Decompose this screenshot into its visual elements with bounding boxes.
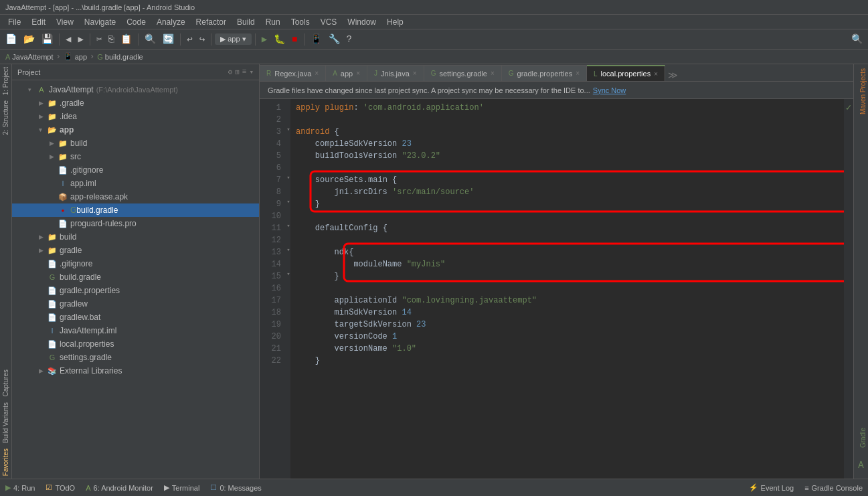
project-panel-label[interactable]: 1: Project: [1, 64, 11, 98]
toolbar-cut[interactable]: ✂: [94, 32, 104, 46]
tab-app-close[interactable]: ×: [356, 70, 360, 77]
tree-item-javaattempt-iml[interactable]: ▶ I JavaAttempt.iml: [12, 324, 259, 337]
tabs-overflow[interactable]: ≫: [668, 70, 678, 81]
android-monitor-icon: A: [86, 484, 90, 492]
status-gradle-console[interactable]: ≡ Gradle Console: [804, 483, 863, 492]
toolbar-save[interactable]: 💾: [39, 32, 56, 46]
breadcrumb-file-label[interactable]: build.gradle: [105, 53, 143, 61]
tab-local-props-close[interactable]: ×: [654, 70, 658, 78]
menu-analyze[interactable]: Analyze: [151, 16, 191, 28]
tree-item-app[interactable]: ▾ 📂 app: [12, 123, 259, 137]
tab-regex-close[interactable]: ×: [315, 70, 319, 77]
settingsgradle-label: settings.gradle: [60, 353, 112, 362]
toolbar-run[interactable]: ▶: [259, 32, 270, 46]
toolbar-debug[interactable]: 🐛: [271, 32, 288, 46]
tab-regex[interactable]: R Regex.java ×: [260, 65, 326, 81]
menu-help[interactable]: Help: [381, 16, 409, 28]
tree-item-dotidea[interactable]: ▶ 📁 .idea: [12, 110, 259, 123]
tree-item-app-build[interactable]: ▶ 📁 build: [12, 137, 259, 150]
android-side-icon: A: [858, 460, 863, 471]
tab-jnis-close[interactable]: ×: [413, 70, 417, 77]
maven-projects-label[interactable]: Maven Projects: [854, 64, 868, 118]
gradle-label[interactable]: Gradle: [854, 424, 868, 452]
status-todo[interactable]: ☑ TOdO: [46, 483, 75, 492]
menu-edit[interactable]: Edit: [26, 16, 51, 28]
tree-root[interactable]: ▾ A JavaAttempt (F:\Android\JavaAttempt): [12, 83, 259, 96]
toolbar-paste[interactable]: 📋: [118, 32, 135, 46]
toolbar-copy[interactable]: ⎘: [106, 33, 116, 46]
buildgradle-label: build.gradle: [76, 205, 118, 215]
tree-item-src[interactable]: ▶ 📁 src: [12, 150, 259, 163]
sync-now-link[interactable]: Sync Now: [593, 86, 626, 94]
tree-item-gradlew[interactable]: ▶ 📄 gradlew: [12, 297, 259, 311]
captures-label[interactable]: Captures: [1, 367, 11, 400]
status-messages[interactable]: ☐ 0: Messages: [210, 483, 261, 492]
code-content[interactable]: apply plugin : 'com.android.application'…: [290, 99, 844, 479]
root-arrow: ▾: [28, 86, 36, 93]
tree-item-buildgradle[interactable]: ▶ ● G build.gradle: [12, 203, 259, 217]
toolbar-back[interactable]: ◀: [63, 32, 74, 46]
menu-window[interactable]: Window: [342, 16, 381, 28]
tree-item-gitignore[interactable]: ▶ 📄 .gitignore: [12, 163, 259, 177]
tab-settings-gradle-icon: G: [431, 70, 436, 77]
toolbar-open[interactable]: 📂: [21, 32, 37, 46]
toolbar-search-everywhere[interactable]: 🔍: [849, 32, 865, 46]
toolbar-sdk[interactable]: 🔧: [326, 32, 343, 46]
tree-item-root-gitignore[interactable]: ▶ 📄 .gitignore: [12, 257, 259, 270]
tab-local-props[interactable]: L local.properties ×: [587, 65, 665, 81]
menu-code[interactable]: Code: [121, 16, 151, 28]
breadcrumb-project[interactable]: JavaAttempt: [12, 53, 53, 61]
tree-item-localprops[interactable]: ▶ 📄 local.properties: [12, 337, 259, 351]
menu-vcs[interactable]: VCS: [315, 16, 343, 28]
tree-item-gradleprops[interactable]: ▶ 📄 gradle.properties: [12, 284, 259, 297]
menu-tools[interactable]: Tools: [286, 16, 315, 28]
tab-settings-gradle[interactable]: G settings.gradle ×: [424, 65, 502, 81]
status-run[interactable]: ▶ 4: Run: [5, 483, 35, 492]
panel-sort-icon[interactable]: ≡: [242, 68, 247, 76]
tree-item-root-gradle[interactable]: ▶ 📁 gradle: [12, 244, 259, 257]
toolbar-help2[interactable]: ?: [344, 33, 355, 46]
toolbar-avd[interactable]: 📱: [308, 32, 325, 46]
menu-navigate[interactable]: Navigate: [79, 16, 121, 28]
status-android-monitor[interactable]: A 6: Android Monitor: [86, 484, 153, 492]
run-config-selector[interactable]: ▶ app ▾: [215, 33, 251, 45]
tab-gradle-props-close[interactable]: ×: [576, 70, 580, 77]
tree-item-apk[interactable]: ▶ 📦 app-release.apk: [12, 190, 259, 203]
status-terminal[interactable]: ▶ Terminal: [164, 483, 200, 492]
menu-run[interactable]: Run: [260, 16, 286, 28]
tab-gradle-props[interactable]: G gradle.properties ×: [502, 65, 587, 81]
menu-build[interactable]: Build: [232, 16, 260, 28]
toolbar-replace[interactable]: 🔄: [160, 32, 177, 46]
toolbar-new[interactable]: 📄: [3, 32, 19, 46]
code-line-3: android {: [296, 126, 839, 138]
toolbar-undo[interactable]: ↩: [184, 32, 195, 46]
menu-view[interactable]: View: [51, 16, 79, 28]
tree-item-proguard[interactable]: ▶ 📄 proguard-rules.pro: [12, 217, 259, 230]
toolbar-stop[interactable]: ■: [289, 33, 300, 46]
apk-icon: 📦: [58, 193, 68, 201]
structure-panel-label[interactable]: 2: Structure: [1, 98, 11, 138]
breadcrumb-app-label[interactable]: app: [75, 53, 87, 61]
tab-local-props-icon: L: [594, 70, 598, 78]
panel-layout-icon[interactable]: ⊞: [235, 68, 240, 76]
menu-refactor[interactable]: Refactor: [191, 16, 232, 28]
tree-item-settingsgradle[interactable]: ▶ G settings.gradle: [12, 351, 259, 364]
tab-app[interactable]: A app ×: [326, 65, 367, 81]
panel-filter-icon[interactable]: ▾: [249, 68, 254, 76]
toolbar-find[interactable]: 🔍: [142, 32, 159, 46]
toolbar-forward[interactable]: ▶: [75, 32, 86, 46]
tree-item-root-build[interactable]: ▶ 📁 build: [12, 230, 259, 244]
toolbar-redo[interactable]: ↪: [197, 32, 207, 46]
tab-settings-gradle-close[interactable]: ×: [491, 70, 495, 77]
tree-item-root-buildgradle[interactable]: ▶ G build.gradle: [12, 270, 259, 284]
menu-file[interactable]: File: [3, 16, 26, 28]
tab-jnis[interactable]: J Jnis.java ×: [367, 65, 424, 81]
tree-item-appiml[interactable]: ▶ I app.iml: [12, 177, 259, 190]
status-eventlog[interactable]: ⚡ Event Log: [749, 483, 794, 492]
tree-item-gradlewbat[interactable]: ▶ 📄 gradlew.bat: [12, 311, 259, 324]
panel-settings-icon[interactable]: ⚙: [228, 68, 233, 76]
build-variants-label[interactable]: Build Variants: [1, 400, 11, 446]
tree-item-dotgradle[interactable]: ▶ 📁 .gradle: [12, 96, 259, 110]
tree-item-extlibs[interactable]: ▶ 📚 External Libraries: [12, 364, 259, 378]
favorites-label[interactable]: Favorites: [1, 446, 11, 479]
